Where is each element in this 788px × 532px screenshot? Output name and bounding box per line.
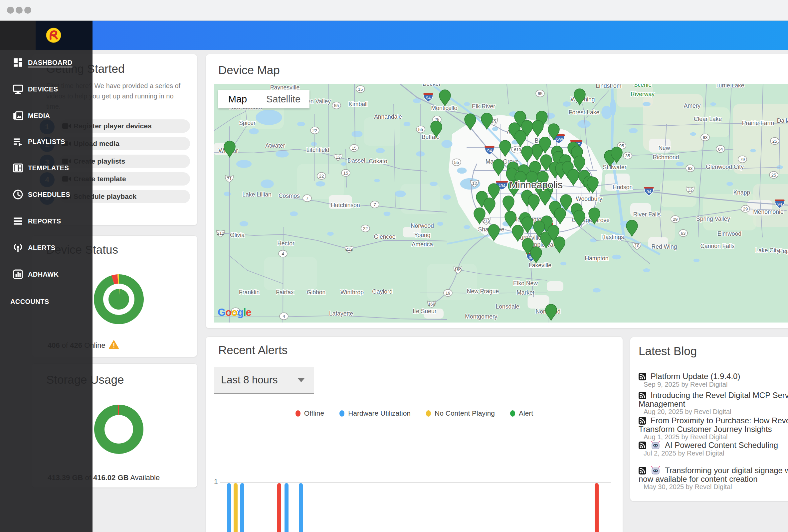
map-lake [441, 140, 453, 148]
map-lake [437, 222, 443, 226]
sidebar-item-adhawk[interactable]: ADHAWK [0, 265, 93, 284]
sidebar-item-label: TEMPLATES [28, 164, 69, 172]
svg-text:15: 15 [343, 170, 348, 176]
map-lake [563, 101, 571, 107]
map-town-label: Lindstrom [596, 84, 622, 89]
map-lake [443, 195, 451, 200]
svg-text:12: 12 [336, 155, 340, 160]
rss-icon [638, 417, 646, 425]
blog-post[interactable]: Transforming your digital signage with C… [638, 466, 788, 490]
map-lake [276, 150, 289, 157]
map-button[interactable]: Map [218, 90, 257, 108]
svg-text:4: 4 [282, 314, 285, 319]
sidebar-item-label: ACCOUNTS [10, 298, 49, 306]
svg-text:22: 22 [363, 226, 368, 231]
sidebar-item-label: SCHEDULES [28, 191, 70, 199]
map-lake [316, 181, 326, 186]
map-town-label: Richmond [653, 154, 679, 161]
map-lake [403, 122, 410, 126]
svg-text:79: 79 [740, 157, 745, 162]
map-town-label: Stillwater [603, 164, 627, 170]
blog-post[interactable]: Introducing the Revel Digital MCP Server… [638, 391, 788, 415]
svg-text:94: 94 [647, 189, 651, 194]
map-lake [590, 239, 597, 242]
blog-post[interactable]: From Proximity to Purchase: How Revel Di… [638, 416, 788, 441]
blog-post-title-line2[interactable]: now available for content creation [638, 475, 788, 483]
alert-bar-offline[interactable] [277, 483, 281, 532]
satellite-button[interactable]: Satellite [257, 90, 310, 108]
blog-post-title-line2[interactable]: Management [638, 400, 788, 408]
map-town-label: Red Wing [652, 243, 677, 250]
blog-post-title[interactable]: Introducing the Revel Digital MCP Server… [651, 391, 788, 400]
svg-text:212: 212 [482, 219, 490, 223]
sidebar-item-dashboard[interactable]: DASHBOARD [0, 53, 93, 72]
map-town-label: Lonsdale [495, 303, 519, 310]
map-town-label: Litchfield [306, 147, 329, 153]
map-lake [383, 211, 390, 216]
map-town-label: Dassel [348, 157, 366, 164]
map-lake [643, 102, 651, 106]
svg-text:71: 71 [227, 176, 232, 181]
sidebar-item-media[interactable]: MEDIA [0, 106, 93, 125]
map-town-label: Turtle Lake [715, 84, 744, 89]
map-lake [376, 148, 385, 153]
blog-post[interactable]: Platform Update (1.9.4.0)Sep 9, 2025 by … [638, 372, 788, 388]
svg-text:169: 169 [428, 302, 435, 307]
blog-post-title[interactable]: From Proximity to Purchase: How Revel Di… [651, 416, 788, 425]
sidebar-item-playlists[interactable]: PLAYLISTS [0, 132, 93, 151]
alert-bar-hardware-utilization[interactable] [240, 483, 244, 532]
svg-text:29: 29 [673, 217, 677, 222]
map-town-label: Spicer [239, 120, 256, 126]
blog-post-title-line2[interactable]: Transform Customer Journey Insights [638, 425, 788, 433]
reports-icon [13, 216, 23, 226]
map-lake [643, 268, 650, 272]
sidebar-item-devices[interactable]: DEVICES [0, 80, 93, 99]
blog-post[interactable]: AI Powered Content SchedulingJul 2, 2025… [638, 441, 788, 457]
map-lake [464, 102, 470, 106]
device-map-title: Device Map [218, 63, 280, 77]
map-town-label: Hastings [601, 234, 624, 240]
map-town-label: Annandale [374, 114, 402, 120]
map-area-label: Riverway [631, 91, 654, 98]
svg-text:610: 610 [514, 147, 521, 152]
map-lake [249, 128, 259, 134]
sidebar-item-label: ALERTS [28, 244, 55, 252]
map-canvas[interactable]: Map Satellite 15552215122215717722212212… [214, 84, 788, 323]
dashboard-icon [13, 57, 23, 68]
alerts-bar-chart[interactable]: 1 [206, 337, 623, 532]
sidebar-item-schedules[interactable]: SCHEDULES [0, 185, 93, 204]
map-town-label: Pepin [779, 248, 788, 254]
map-town-label: Woodbury [576, 196, 602, 202]
device-status-donut-chart[interactable] [85, 273, 152, 326]
blog-post-title[interactable]: Platform Update (1.9.4.0) [651, 372, 740, 381]
sidebar-item-reports[interactable]: REPORTS [0, 211, 93, 231]
sidebar-item-label: DASHBOARD [28, 59, 73, 66]
map-town-label: Lake Lillian [242, 191, 272, 198]
sidebar-item-templates[interactable]: TEMPLATES [0, 158, 93, 178]
alert-bar-no-content-playing[interactable] [234, 483, 238, 532]
map-lake [341, 162, 347, 166]
sidebar-item-alerts[interactable]: ALERTS [0, 238, 93, 257]
alert-bar-offline[interactable] [595, 483, 599, 532]
templates-icon [13, 163, 23, 173]
sidebar-item-label: REPORTS [28, 218, 61, 225]
blog-post-title[interactable]: Transforming your digital signage with C… [665, 466, 788, 475]
blog-post-title[interactable]: AI Powered Content Scheduling [665, 441, 778, 450]
playlists-icon [13, 136, 23, 147]
map-lake [676, 162, 684, 166]
google-logo[interactable]: Google [218, 307, 251, 319]
alert-bar-hardware-utilization[interactable] [284, 483, 289, 532]
svg-text:7: 7 [306, 196, 308, 201]
map-lake [750, 149, 756, 152]
svg-text:29: 29 [743, 206, 748, 211]
storage-usage-donut-chart[interactable] [85, 403, 152, 456]
rss-icon [638, 373, 646, 381]
map-image: 1555221512221571772221221244671691916994… [214, 84, 788, 323]
alert-bar-hardware-utilization[interactable] [299, 483, 303, 532]
sidebar-item-accounts[interactable]: ACCOUNTS [0, 292, 93, 311]
svg-text:7: 7 [373, 202, 376, 207]
blog-post-date: Aug 20, 2025 by Revel Digital [644, 408, 788, 415]
rss-icon [638, 467, 646, 474]
svg-text:169: 169 [454, 267, 461, 272]
alert-bar-hardware-utilization[interactable] [227, 483, 231, 532]
